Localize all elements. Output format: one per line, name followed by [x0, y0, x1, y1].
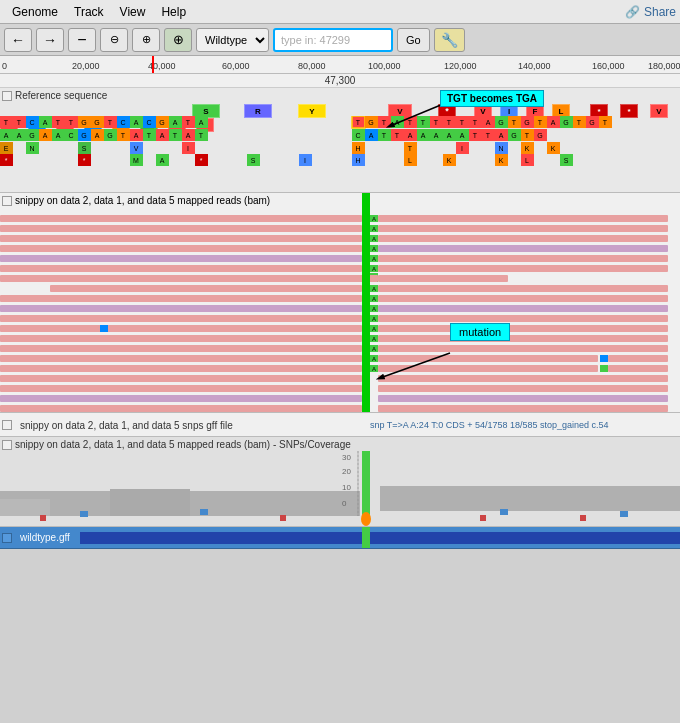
svg-text:I: I	[304, 157, 306, 164]
svg-text:K: K	[447, 157, 452, 164]
svg-text:C: C	[29, 119, 34, 126]
go-button[interactable]: Go	[397, 28, 430, 52]
ref-track-toggle[interactable]	[2, 91, 12, 101]
svg-text:T: T	[577, 119, 582, 126]
svg-rect-268	[380, 486, 680, 511]
svg-rect-263	[378, 405, 668, 412]
settings-button[interactable]: 🔧	[434, 28, 465, 52]
svg-rect-234	[378, 355, 598, 362]
svg-rect-254	[0, 345, 362, 352]
svg-text:A: A	[460, 132, 465, 139]
svg-rect-224	[378, 275, 508, 282]
svg-text:G: G	[498, 119, 503, 126]
svg-text:T: T	[525, 132, 530, 139]
svg-text:T: T	[473, 119, 478, 126]
mutation-callout: mutation	[450, 323, 510, 341]
svg-text:G: G	[94, 119, 99, 126]
forward-button[interactable]: →	[36, 28, 64, 52]
zoom-out-button[interactable]: −	[68, 28, 96, 52]
svg-text:A: A	[372, 346, 376, 352]
svg-rect-222	[378, 255, 668, 262]
snp-data-display: snp T=>A A:24 T:0 CDS + 54/1758 18/585 s…	[370, 420, 609, 430]
svg-rect-276	[280, 515, 286, 521]
svg-rect-257	[0, 375, 362, 382]
ruler-tick-120k: 120,000	[444, 61, 477, 71]
back-button[interactable]: ←	[4, 28, 32, 52]
bam-track-toggle[interactable]	[2, 196, 12, 206]
svg-text:A: A	[134, 119, 139, 126]
svg-rect-219	[378, 225, 668, 232]
coverage-track: snippy on data 2, data 1, and data 5 map…	[0, 437, 680, 527]
svg-rect-220	[378, 235, 668, 242]
svg-text:K: K	[551, 145, 556, 152]
svg-text:A: A	[372, 216, 376, 222]
svg-rect-253	[0, 335, 362, 342]
svg-text:G: G	[81, 119, 86, 126]
svg-text:N: N	[498, 145, 503, 152]
ref-track-label: Reference sequence	[2, 90, 107, 101]
position-indicator	[152, 56, 154, 73]
location-input[interactable]	[273, 28, 393, 52]
svg-text:T: T	[382, 132, 387, 139]
coverage-track-toggle[interactable]	[2, 440, 12, 450]
svg-rect-248	[0, 295, 362, 302]
gff-gene-bar[interactable]	[80, 532, 680, 544]
svg-text:C: C	[120, 119, 125, 126]
svg-rect-242	[0, 235, 362, 242]
svg-rect-271	[110, 489, 190, 516]
svg-text:A: A	[372, 356, 376, 362]
ruler-tick-140k: 140,000	[518, 61, 551, 71]
snp-track-name: snippy on data 2, data 1, and data 5 snp…	[20, 419, 233, 430]
snp-track-toggle[interactable]	[2, 420, 12, 430]
svg-rect-236	[608, 355, 668, 362]
svg-text:T: T	[4, 119, 9, 126]
svg-rect-227	[378, 285, 668, 292]
svg-text:G: G	[159, 119, 164, 126]
svg-text:A: A	[434, 132, 439, 139]
share-button[interactable]: 🔗 Share	[625, 5, 676, 19]
ruler-tick-100k: 100,000	[368, 61, 401, 71]
svg-rect-258	[0, 385, 362, 392]
gff-mutation-marker	[362, 527, 370, 548]
ruler-tick-60k: 60,000	[222, 61, 250, 71]
gff-track-toggle[interactable]	[2, 533, 12, 543]
menu-view[interactable]: View	[112, 3, 154, 21]
coverage-track-name: snippy on data 2, data 1, and data 5 map…	[15, 439, 351, 450]
zoom-in-small-button[interactable]: ⊖	[100, 28, 128, 52]
svg-text:A: A	[372, 306, 376, 312]
ruler-tick-20k: 20,000	[72, 61, 100, 71]
svg-text:I: I	[187, 145, 189, 152]
svg-text:A: A	[160, 132, 165, 139]
svg-text:S: S	[564, 157, 569, 164]
svg-rect-233	[378, 345, 668, 352]
svg-rect-275	[40, 515, 46, 521]
menu-help[interactable]: Help	[153, 3, 194, 21]
svg-text:T: T	[17, 119, 22, 126]
menu-track[interactable]: Track	[66, 3, 112, 21]
zoom-in-large-button[interactable]: ⊕	[164, 28, 192, 52]
sequence-display: T T C A T T G G	[0, 116, 680, 166]
svg-text:T: T	[538, 119, 543, 126]
svg-rect-228	[378, 295, 668, 302]
svg-text:T: T	[395, 132, 400, 139]
ruler-tick-180k: 180,000	[648, 61, 680, 71]
svg-text:T: T	[186, 119, 191, 126]
svg-text:N: N	[29, 145, 34, 152]
svg-text:G: G	[107, 132, 112, 139]
position-label: 47,300	[0, 74, 680, 88]
svg-text:A: A	[372, 316, 376, 322]
svg-rect-282	[500, 509, 508, 515]
svg-rect-262	[378, 395, 668, 402]
coverage-track-label: snippy on data 2, data 1, and data 5 map…	[2, 439, 351, 450]
svg-rect-240	[0, 215, 362, 222]
svg-text:A: A	[134, 132, 139, 139]
snp-gff-track: snippy on data 2, data 1, and data 5 snp…	[0, 413, 680, 437]
svg-text:A: A	[372, 366, 376, 372]
svg-text:G: G	[368, 119, 373, 126]
zoom-in-button[interactable]: ⊕	[132, 28, 160, 52]
svg-text:A: A	[372, 246, 376, 252]
svg-rect-252	[100, 325, 108, 332]
menu-genome[interactable]: Genome	[4, 3, 66, 21]
genome-dropdown[interactable]: Wildtype	[196, 28, 269, 52]
svg-rect-246	[0, 275, 362, 282]
